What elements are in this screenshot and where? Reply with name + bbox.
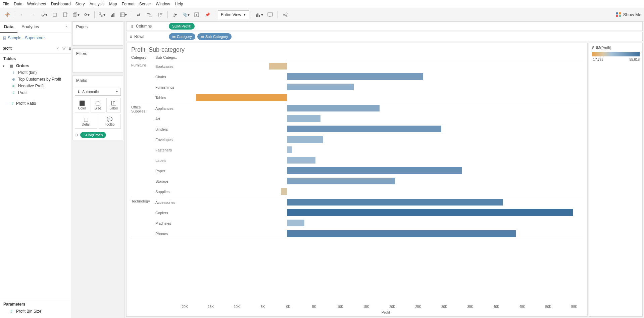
bar[interactable] bbox=[287, 178, 395, 184]
highlight-icon[interactable]: ℓ▾ bbox=[170, 10, 180, 19]
bar[interactable] bbox=[287, 105, 380, 111]
field-profit-bin-[interactable]: ⫴Profit (bin) bbox=[1, 69, 69, 76]
tab-data[interactable]: Data bbox=[0, 21, 17, 33]
bar-row[interactable]: Appliances bbox=[155, 103, 583, 113]
sort-ascending-icon[interactable] bbox=[145, 10, 154, 19]
menu-data[interactable]: Data bbox=[14, 2, 22, 6]
columns-pill-sum-profit[interactable]: SUM(Profit) bbox=[169, 23, 195, 30]
duplicate-icon[interactable]: ▾ bbox=[71, 10, 81, 19]
swap-rows-cols-icon[interactable]: ⇄ bbox=[134, 10, 143, 19]
bar-row[interactable]: Copiers bbox=[155, 208, 583, 218]
filters-shelf[interactable]: Filters bbox=[73, 49, 123, 59]
rows-pill-subcategory[interactable]: ▭ Sub-Category bbox=[197, 33, 232, 40]
chart-canvas[interactable]: Profit_Sub-category Category Sub-Catego.… bbox=[126, 43, 588, 317]
totals-icon[interactable]: ▾ bbox=[119, 10, 128, 19]
share-icon[interactable] bbox=[281, 10, 290, 19]
fit-dropdown[interactable]: Entire View▼ bbox=[218, 10, 249, 19]
bar-row[interactable]: Storage bbox=[155, 176, 583, 186]
bar[interactable] bbox=[269, 63, 287, 70]
header-category: Category bbox=[131, 55, 155, 59]
tableau-logo-icon[interactable] bbox=[3, 10, 12, 19]
bar[interactable] bbox=[287, 230, 516, 237]
marks-color[interactable]: ⬛Color bbox=[75, 98, 89, 112]
bar-row[interactable]: Furnishings bbox=[155, 82, 583, 92]
bar[interactable] bbox=[287, 146, 292, 153]
bar[interactable] bbox=[287, 199, 503, 206]
show-cards-icon[interactable]: ▾ bbox=[255, 10, 264, 19]
param-profit-bin-size[interactable]: #Profit Bin Size bbox=[1, 308, 69, 315]
redo-icon[interactable]: → bbox=[29, 10, 38, 19]
show-labels-icon[interactable]: T bbox=[192, 10, 201, 19]
mark-type-dropdown[interactable]: ⬍ Automatic▼ bbox=[75, 88, 121, 96]
field-profit[interactable]: #Profit bbox=[1, 89, 69, 96]
bar[interactable] bbox=[287, 84, 354, 90]
sort-asc-icon[interactable] bbox=[108, 10, 117, 19]
bar[interactable] bbox=[287, 157, 315, 164]
marks-tooltip[interactable]: 💬Tooltip bbox=[99, 114, 121, 129]
tab-analytics[interactable]: Analytics bbox=[17, 21, 43, 33]
show-me-button[interactable]: Show Me bbox=[616, 12, 641, 17]
filter-icon[interactable]: ▽ bbox=[61, 46, 66, 51]
menu-window[interactable]: Window bbox=[156, 2, 170, 6]
bar[interactable] bbox=[287, 167, 462, 174]
save-icon[interactable]: ▾ bbox=[39, 10, 49, 19]
bar-row[interactable]: Chairs bbox=[155, 72, 583, 82]
bar[interactable] bbox=[287, 126, 441, 132]
undo-icon[interactable]: ← bbox=[18, 10, 27, 19]
sort-descending-icon[interactable] bbox=[155, 10, 165, 19]
bar-row[interactable]: Paper bbox=[155, 166, 583, 176]
collapse-pane-icon[interactable]: ‹ bbox=[63, 21, 71, 33]
bar-row[interactable]: Tables bbox=[155, 92, 583, 103]
pages-shelf[interactable]: Pages bbox=[73, 22, 123, 32]
bar-row[interactable]: Accessories bbox=[155, 197, 583, 208]
field-top-customers-by-profit[interactable]: ⊗Top Customers by Profit bbox=[1, 76, 69, 83]
bar[interactable] bbox=[287, 209, 573, 216]
menu-map[interactable]: Map bbox=[109, 2, 117, 6]
search-input[interactable] bbox=[2, 45, 54, 52]
clear-search-icon[interactable]: × bbox=[55, 46, 60, 51]
marks-label[interactable]: 🅃Label bbox=[106, 98, 121, 112]
rows-shelf[interactable]: ≡Rows ▭ Category ▭ Sub-Category bbox=[126, 32, 643, 41]
marks-detail[interactable]: ⬚Detail bbox=[75, 114, 97, 129]
bar-row[interactable]: Binders bbox=[155, 124, 583, 134]
menu-server[interactable]: Server bbox=[139, 2, 151, 6]
table-orders[interactable]: ▾▦Orders bbox=[1, 62, 69, 69]
bar-row[interactable]: Supplies bbox=[155, 186, 583, 197]
menu-worksheet[interactable]: Worksheet bbox=[27, 2, 46, 6]
menu-help[interactable]: Help bbox=[175, 2, 183, 6]
bar-row[interactable]: Bookcases bbox=[155, 61, 583, 72]
bar-row[interactable]: Fasteners bbox=[155, 145, 583, 155]
bar[interactable] bbox=[287, 136, 323, 143]
bar[interactable] bbox=[196, 94, 287, 101]
bar[interactable] bbox=[287, 73, 423, 80]
columns-shelf[interactable]: ⫼Columns SUM(Profit) bbox=[126, 21, 643, 31]
new-worksheet-icon[interactable]: + bbox=[61, 10, 70, 19]
menu-dashboard[interactable]: Dashboard bbox=[51, 2, 71, 6]
menu-file[interactable]: File bbox=[3, 2, 9, 6]
swap-icon[interactable]: ▾ bbox=[97, 10, 107, 19]
marks-size[interactable]: ◯Size bbox=[91, 98, 105, 112]
pin-icon[interactable]: 📌 bbox=[203, 10, 212, 19]
group-icon[interactable]: 📎▾ bbox=[181, 10, 191, 19]
bar-row[interactable]: Art bbox=[155, 113, 583, 124]
color-legend[interactable]: SUM(Profit) -17,725 55,618 bbox=[589, 43, 643, 317]
refresh-icon[interactable]: ⟳▾ bbox=[82, 10, 92, 19]
bar[interactable] bbox=[287, 115, 320, 122]
bar[interactable] bbox=[287, 220, 304, 226]
rows-pill-category[interactable]: ▭ Category bbox=[169, 33, 195, 40]
sheet-title[interactable]: Profit_Sub-category bbox=[127, 43, 587, 55]
field-profit-ratio[interactable]: =#Profit Ratio bbox=[1, 100, 69, 107]
datasource-row[interactable]: ⌸ Sample - Superstore bbox=[0, 33, 71, 43]
menu-format[interactable]: Format bbox=[122, 2, 135, 6]
presentation-icon[interactable] bbox=[265, 10, 275, 19]
menu-analysis[interactable]: Analysis bbox=[90, 2, 105, 6]
field-negative-profit[interactable]: #Negative Profit bbox=[1, 83, 69, 89]
bar-row[interactable]: Phones bbox=[155, 228, 583, 239]
new-datasource-icon[interactable] bbox=[50, 10, 59, 19]
bar-row[interactable]: Envelopes bbox=[155, 134, 583, 145]
bar[interactable] bbox=[281, 188, 287, 195]
bar-row[interactable]: Machines bbox=[155, 218, 583, 228]
menu-story[interactable]: Story bbox=[76, 2, 85, 6]
bar-row[interactable]: Labels bbox=[155, 155, 583, 166]
mark-pill-sum-profit[interactable]: SUM(Profit) bbox=[80, 132, 106, 138]
